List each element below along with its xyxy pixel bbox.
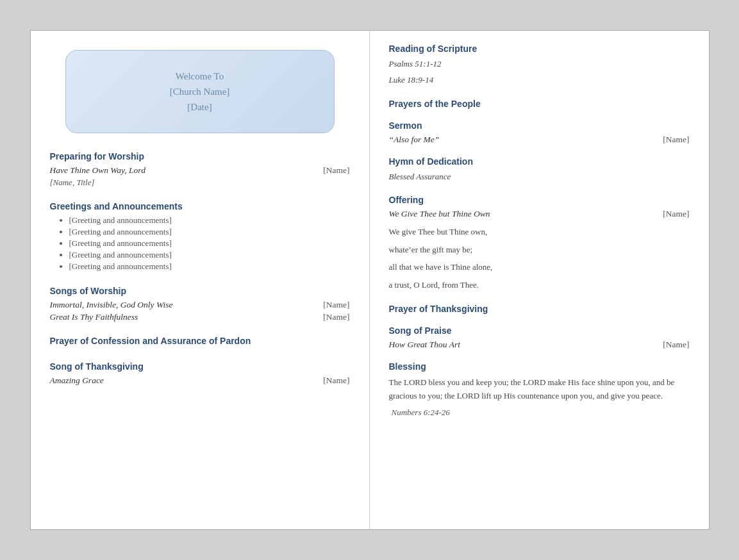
- left-column: Welcome To [Church Name] [Date] Preparin…: [31, 31, 370, 529]
- verse-line1: We give Thee but Thine own,: [389, 224, 690, 239]
- welcome-line2: [Church Name]: [170, 86, 230, 97]
- section-sermon: Sermon “Also for Me” [Name]: [389, 120, 690, 145]
- verse-line4: a trust, O Lord, from Thee.: [389, 277, 690, 292]
- heading-scripture: Reading of Scripture: [389, 44, 690, 54]
- welcome-line3: [Date]: [187, 102, 212, 112]
- scripture-ref2: Luke 18:9-14: [389, 74, 690, 87]
- heading-song-praise: Song of Praise: [389, 325, 690, 336]
- name-have-thine: [Name]: [323, 165, 349, 176]
- greetings-list: [Greeting and announcements] [Greeting a…: [50, 215, 350, 272]
- section-prayers: Prayers of the People: [389, 99, 690, 109]
- song-immortal: Immortal, Invisible, God Only Wise: [50, 300, 173, 310]
- section-song-praise: Song of Praise How Great Thou Art [Name]: [389, 325, 690, 350]
- section-hymn: Hymn of Dedication Blessed Assurance: [389, 156, 690, 184]
- item-have-thine: Have Thine Own Way, Lord [Name]: [50, 165, 350, 176]
- section-scripture: Reading of Scripture Psalms 51:1-12 Luke…: [389, 44, 690, 87]
- section-blessing: Blessing The LORD bless you and keep you…: [389, 361, 690, 419]
- name-sermon: [Name]: [663, 135, 689, 145]
- item-immortal: Immortal, Invisible, God Only Wise [Name…: [50, 300, 350, 310]
- scripture-ref1: Psalms 51:1-12: [389, 58, 690, 71]
- sermon-title: “Also for Me”: [389, 135, 440, 145]
- section-offering: Offering We Give Thee but Thine Own [Nam…: [389, 195, 690, 292]
- heading-song-thanksgiving: Song of Thanksgiving: [50, 361, 350, 372]
- heading-sermon: Sermon: [389, 120, 690, 131]
- section-confession: Prayer of Confession and Assurance of Pa…: [50, 336, 350, 350]
- offering-song-title: We Give Thee but Thine Own: [389, 209, 490, 219]
- section-prayer-thanksgiving: Prayer of Thanksgiving: [389, 304, 690, 314]
- section-songs: Songs of Worship Immortal, Invisible, Go…: [50, 286, 350, 324]
- heading-prayers: Prayers of the People: [389, 99, 690, 109]
- hymn-title: Blessed Assurance: [389, 170, 690, 184]
- list-item: [Greeting and announcements]: [69, 227, 350, 237]
- section-song-thanksgiving: Song of Thanksgiving Amazing Grace [Name…: [50, 361, 350, 388]
- heading-prayer-thanksgiving: Prayer of Thanksgiving: [389, 304, 690, 314]
- welcome-box: Welcome To [Church Name] [Date]: [65, 50, 335, 133]
- item-how-great: How Great Thou Art [Name]: [389, 340, 690, 350]
- sub-name-title: [Name, Title]: [50, 177, 350, 188]
- name-great-faithfulness: [Name]: [323, 312, 349, 322]
- item-also-for-me: “Also for Me” [Name]: [389, 135, 690, 145]
- welcome-line1: Welcome To: [176, 71, 224, 81]
- list-item: [Greeting and announcements]: [69, 215, 350, 226]
- offering-verse: We give Thee but Thine own, whate’er the…: [389, 224, 690, 292]
- name-offering: [Name]: [663, 209, 689, 219]
- verse-line3: all that we have is Thine alone,: [389, 259, 690, 274]
- list-item: [Greeting and announcements]: [69, 238, 350, 249]
- blessing-body: The LORD bless you and keep you; the LOR…: [389, 375, 690, 403]
- item-amazing-grace: Amazing Grace [Name]: [50, 375, 350, 386]
- heading-blessing: Blessing: [389, 361, 690, 372]
- verse-line2: whate’er the gift may be;: [389, 242, 690, 257]
- name-song-praise: [Name]: [663, 340, 689, 350]
- song-amazing-grace: Amazing Grace: [50, 375, 104, 386]
- list-item: [Greeting and announcements]: [69, 250, 350, 260]
- heading-songs: Songs of Worship: [50, 286, 350, 296]
- song-praise-title: How Great Thou Art: [389, 340, 460, 350]
- song-great-faithfulness: Great Is Thy Faithfulness: [50, 312, 138, 322]
- item-we-give-thee: We Give Thee but Thine Own [Name]: [389, 209, 690, 219]
- welcome-text: Welcome To [Church Name] [Date]: [79, 69, 321, 115]
- section-greetings: Greetings and Announcements [Greeting an…: [50, 201, 350, 274]
- heading-offering: Offering: [389, 195, 690, 205]
- section-preparing: Preparing for Worship Have Thine Own Way…: [50, 151, 350, 190]
- right-column: Reading of Scripture Psalms 51:1-12 Luke…: [370, 31, 709, 529]
- heading-confession: Prayer of Confession and Assurance of Pa…: [50, 336, 350, 346]
- blessing-reference: Numbers 6:24-26: [389, 406, 690, 419]
- list-item: [Greeting and announcements]: [69, 261, 350, 272]
- heading-hymn: Hymn of Dedication: [389, 156, 690, 167]
- name-amazing-grace: [Name]: [323, 375, 349, 386]
- heading-greetings: Greetings and Announcements: [50, 201, 350, 211]
- bulletin: Welcome To [Church Name] [Date] Preparin…: [30, 30, 710, 530]
- item-great-faithfulness: Great Is Thy Faithfulness [Name]: [50, 312, 350, 322]
- name-immortal: [Name]: [323, 300, 349, 310]
- heading-preparing: Preparing for Worship: [50, 151, 350, 161]
- song-title-have-thine: Have Thine Own Way, Lord: [50, 165, 145, 176]
